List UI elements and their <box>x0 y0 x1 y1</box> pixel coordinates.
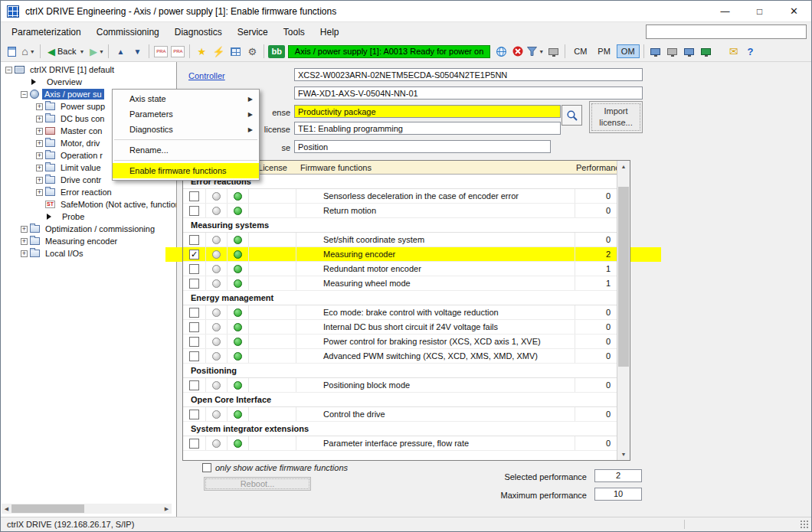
base-field[interactable] <box>294 140 551 153</box>
menu-tools[interactable]: Tools <box>276 24 313 40</box>
license-field[interactable] <box>294 122 561 135</box>
snapshot-button[interactable] <box>665 44 680 59</box>
tree-item-label[interactable]: Axis / power su <box>42 89 104 100</box>
tree-item[interactable]: Probe <box>1 211 176 223</box>
license-checkbox[interactable] <box>189 337 199 347</box>
license-checkbox[interactable] <box>189 380 199 390</box>
mode-cm-button[interactable]: CM <box>569 44 591 58</box>
tree-expand-toggle[interactable]: + <box>36 140 43 147</box>
scroll-up-icon[interactable]: ▲ <box>617 161 630 172</box>
monitor-view-button[interactable] <box>545 44 561 59</box>
only-active-checkbox[interactable] <box>202 463 211 472</box>
tree-expand-toggle[interactable]: + <box>21 238 28 245</box>
menu-service[interactable]: Service <box>230 24 276 40</box>
tree-item-label[interactable]: SafeMotion (Not active, functions <box>58 199 177 210</box>
tree-expand-toggle[interactable]: + <box>36 189 43 196</box>
controller-link[interactable]: Controller <box>188 71 225 80</box>
tree-item-label[interactable]: Local I/Os <box>43 248 86 259</box>
tree-item-label[interactable]: Optimization / commissioning <box>43 224 157 234</box>
flash-button[interactable]: ⚡ <box>211 44 226 59</box>
plc-button[interactable] <box>699 44 714 59</box>
filter-button[interactable]: ▼ <box>527 44 544 59</box>
new-window-button[interactable] <box>4 44 19 59</box>
tree-expand-toggle[interactable]: + <box>21 250 28 257</box>
firmware-field[interactable] <box>294 86 643 100</box>
tree-item[interactable]: +Optimization / commissioning <box>1 223 176 235</box>
mail-button[interactable]: ✉ <box>726 44 742 59</box>
tree-item-label[interactable]: Drive contr <box>58 175 103 185</box>
license-checkbox[interactable] <box>189 191 199 201</box>
tree-item-label[interactable]: DC bus con <box>58 113 106 124</box>
license-checkbox[interactable] <box>189 410 199 419</box>
tree-expand-toggle[interactable]: + <box>21 226 28 233</box>
license-checkbox[interactable] <box>189 439 199 449</box>
scrollbar-thumb[interactable] <box>618 187 629 367</box>
load-parameters-button[interactable]: PRA <box>153 44 169 59</box>
context-menu-item[interactable]: Enable firmware functions <box>113 163 259 178</box>
previous-drive-button[interactable]: ▲ <box>113 44 128 59</box>
license-checkbox[interactable] <box>189 351 199 361</box>
mode-om-button[interactable]: OM <box>617 44 640 58</box>
close-button[interactable]: ✕ <box>777 1 811 22</box>
context-menu-item[interactable]: Diagnostics▶ <box>113 122 259 137</box>
scrollbar-thumb[interactable] <box>11 504 84 513</box>
settings-button[interactable]: ⚙ <box>244 44 260 59</box>
multi-screen-button[interactable] <box>682 44 697 59</box>
scroll-down-icon[interactable]: ▼ <box>617 449 630 460</box>
tree-item-label[interactable]: Limit value <box>58 162 103 173</box>
menu-help[interactable]: Help <box>313 24 347 40</box>
license-details-button[interactable] <box>562 105 582 126</box>
tree-item[interactable]: +Measuring encoder <box>1 235 176 247</box>
tree-expand-toggle[interactable]: + <box>36 103 43 110</box>
tree-item-label[interactable]: Power supp <box>58 101 107 112</box>
minimize-button[interactable]: — <box>708 1 742 22</box>
tree-expand-toggle[interactable]: + <box>36 152 43 159</box>
import-license-button[interactable]: Import license... <box>589 101 643 133</box>
next-drive-button[interactable]: ▼ <box>129 44 145 59</box>
context-menu-item[interactable]: Parameters▶ <box>113 106 259 122</box>
tree-item[interactable]: Overview <box>1 76 176 88</box>
device-type-field[interactable] <box>294 68 643 81</box>
tree-expand-toggle[interactable]: − <box>5 67 12 73</box>
tree-item-label[interactable]: Probe <box>60 211 87 222</box>
scrollbar-track[interactable] <box>11 504 162 514</box>
mode-pm-button[interactable]: PM <box>593 44 615 58</box>
tree-item-label[interactable]: Master con <box>58 126 104 136</box>
license-checkbox[interactable] <box>189 322 199 332</box>
tree-expand-toggle[interactable]: + <box>36 165 43 171</box>
table-vertical-scrollbar[interactable]: ▲ ▼ <box>617 161 630 460</box>
tree-item-label[interactable]: Overview <box>44 77 84 87</box>
back-button[interactable]: ◀ Back ▼ <box>44 44 87 59</box>
tree-item[interactable]: +Local I/Os <box>1 247 176 259</box>
favorites-button[interactable]: ★ <box>194 44 209 59</box>
forward-button[interactable]: ▶▼ <box>89 44 104 59</box>
package-field[interactable] <box>294 105 561 118</box>
license-checkbox[interactable] <box>189 279 199 289</box>
scroll-right-icon[interactable]: ▶ <box>162 504 172 514</box>
refresh-connection-button[interactable] <box>493 44 509 59</box>
oscilloscope-button[interactable] <box>648 44 663 59</box>
menu-parameterization[interactable]: Parameterization <box>4 24 89 40</box>
tree-item-label[interactable]: Motor, driv <box>58 138 102 149</box>
help-button[interactable]: ? <box>743 44 758 59</box>
reboot-button[interactable]: Reboot... <box>204 477 311 491</box>
context-menu-item[interactable]: Axis state▶ <box>113 91 259 106</box>
context-menu-item[interactable]: Rename... <box>113 142 259 158</box>
menu-diagnostics[interactable]: Diagnostics <box>167 24 230 40</box>
performance-column-header[interactable]: Performance <box>575 163 617 172</box>
tree-item[interactable]: SafeMotion (Not active, functions <box>1 198 176 211</box>
tree-expand-toggle[interactable]: − <box>21 91 28 98</box>
license-checkbox[interactable]: ✓ <box>189 250 199 259</box>
tree-item-label[interactable]: Measuring encoder <box>43 236 120 246</box>
save-parameters-button[interactable]: PRA <box>170 44 185 59</box>
tree-item-label[interactable]: ctrlX DRIVE [1] default <box>28 64 116 75</box>
tree-expand-toggle[interactable]: + <box>36 128 43 135</box>
tree-item[interactable]: −ctrlX DRIVE [1] default <box>1 64 176 76</box>
parameter-table-button[interactable] <box>228 44 243 59</box>
tree-item-label[interactable]: Error reaction <box>58 187 114 197</box>
tree-expand-toggle[interactable]: + <box>36 177 43 184</box>
license-checkbox[interactable] <box>189 264 199 274</box>
resize-grip[interactable] <box>800 520 810 530</box>
maximize-button[interactable]: □ <box>742 1 777 22</box>
tree-item[interactable]: +Error reaction <box>1 186 176 198</box>
